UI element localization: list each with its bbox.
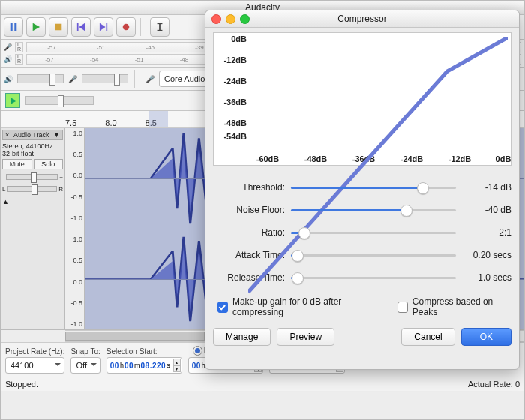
track-format-line2: 32-bit float: [2, 150, 63, 158]
toolbar-divider: [134, 70, 140, 88]
svg-rect-4: [77, 23, 79, 31]
svg-marker-5: [79, 23, 85, 31]
speaker-vol-icon: 🔊: [4, 75, 13, 83]
amplitude-scale: 1.00.50.0-0.5-1.01.00.50.0-0.5-1.0: [65, 128, 85, 329]
compress-peaks-label: Compress based on Peaks: [412, 296, 512, 317]
svg-rect-7: [106, 23, 107, 31]
project-rate-select[interactable]: 44100: [5, 357, 64, 374]
compress-peaks-checkbox[interactable]: [398, 302, 408, 313]
status-left: Stopped.: [5, 380, 38, 388]
svg-rect-11: [158, 30, 163, 31]
window-controls: [212, 14, 250, 24]
preview-button[interactable]: Preview: [277, 328, 334, 346]
status-right: Actual Rate: 0: [468, 380, 520, 388]
track-gain-slider[interactable]: [6, 174, 58, 180]
dialog-title: Compressor: [338, 14, 386, 24]
dialog-titlebar[interactable]: Compressor: [206, 10, 519, 28]
attack-time-slider[interactable]: [291, 249, 456, 261]
svg-marker-2: [33, 23, 40, 31]
svg-rect-0: [10, 23, 13, 31]
timeline-tick: 8.0: [105, 118, 116, 128]
svg-marker-12: [10, 98, 16, 104]
snap-to-select[interactable]: Off: [70, 357, 100, 374]
zoom-window-button[interactable]: [240, 14, 250, 24]
project-rate-label: Project Rate (Hz):: [5, 347, 64, 356]
close-window-button[interactable]: [212, 14, 221, 24]
radio-end[interactable]: [193, 346, 202, 356]
mic-vol-icon: 🎤: [68, 75, 77, 83]
selection-start-field[interactable]: 00h00m08.220s▴▾: [106, 357, 182, 374]
audacity-window: Audacity 🎤 LR -57-51-45-39-33-27-21-15 C…: [0, 0, 525, 420]
compressor-dialog: Compressor 0dB -12dB -24dB -36dB -48dB -…: [205, 10, 520, 370]
play-speed-slider[interactable]: [25, 96, 94, 105]
selection-start-label: Selection Start:: [106, 347, 182, 356]
track-control-panel: × Audio Track ▼ Stereo, 44100Hz 32-bit f…: [1, 128, 65, 329]
snap-to-label: Snap To:: [70, 347, 100, 356]
mic-icon[interactable]: 🎤: [4, 44, 12, 51]
rec-meter-lr: LR: [15, 42, 23, 52]
speaker-icon[interactable]: 🔊: [4, 56, 12, 63]
skip-start-button[interactable]: [71, 17, 91, 37]
svg-rect-1: [14, 23, 16, 31]
timeline-selection: [148, 111, 168, 128]
recording-volume-slider[interactable]: [82, 74, 128, 83]
toolbar-divider: [140, 18, 146, 36]
mute-button[interactable]: Mute: [2, 159, 32, 170]
svg-rect-9: [159, 23, 160, 31]
pause-button[interactable]: [4, 17, 23, 37]
track-format-line1: Stereo, 44100Hz: [2, 142, 63, 150]
host-mic-icon: 🎤: [146, 75, 154, 83]
track-menu-button[interactable]: × Audio Track ▼: [2, 130, 63, 140]
record-button[interactable]: [116, 17, 136, 37]
compressor-curve-chart: 0dB -12dB -24dB -36dB -48dB -54dB -60dB …: [213, 32, 512, 166]
playback-volume-slider[interactable]: [17, 74, 64, 83]
solo-button[interactable]: Solo: [34, 159, 64, 170]
tool-ibeam[interactable]: [150, 17, 170, 37]
track-collapse-button[interactable]: ▲: [2, 198, 63, 206]
ratio-slider[interactable]: [291, 226, 456, 238]
cancel-button[interactable]: Cancel: [401, 328, 454, 346]
noise-floor-slider[interactable]: [291, 204, 456, 216]
svg-rect-3: [56, 24, 62, 31]
play-at-speed-button[interactable]: [5, 93, 20, 108]
skip-end-button[interactable]: [94, 17, 113, 37]
stop-button[interactable]: [49, 17, 68, 37]
status-bar: Stopped. Actual Rate: 0: [1, 376, 524, 391]
release-time-slider[interactable]: [291, 272, 456, 284]
svg-marker-6: [100, 23, 106, 31]
play-meter-lr: LR: [15, 54, 23, 64]
play-button[interactable]: [26, 17, 46, 37]
makeup-gain-label: Make-up gain for 0 dB after compressing: [232, 296, 382, 317]
svg-point-8: [123, 24, 130, 31]
minimize-window-button[interactable]: [226, 14, 236, 24]
timeline-tick: 7.5: [65, 118, 76, 128]
manage-button[interactable]: Manage: [213, 328, 271, 346]
threshold-slider[interactable]: [291, 182, 456, 194]
ok-button[interactable]: OK: [461, 328, 512, 346]
svg-rect-10: [158, 23, 163, 24]
track-pan-slider[interactable]: [7, 186, 57, 192]
makeup-gain-checkbox[interactable]: [218, 302, 228, 313]
